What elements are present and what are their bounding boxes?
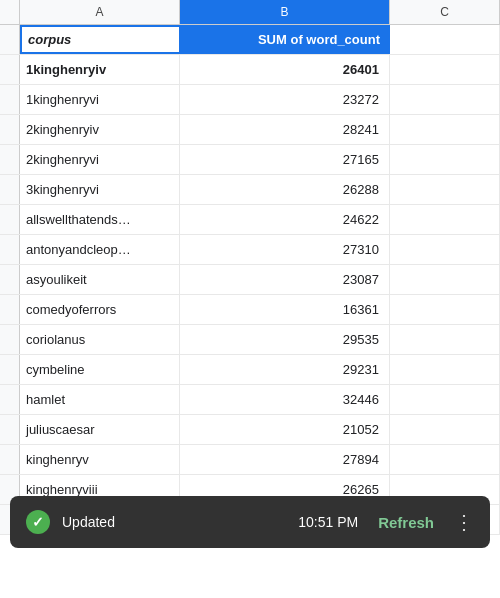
- col-c-cell: [390, 55, 500, 84]
- sum-header-cell[interactable]: SUM of word_count: [180, 25, 390, 54]
- wordcount-cell: 16361: [180, 295, 390, 324]
- wordcount-cell: 26288: [180, 175, 390, 204]
- table-row: coriolanus29535: [0, 325, 500, 355]
- corpus-cell[interactable]: 1kinghenryvi: [20, 85, 180, 114]
- corpus-cell[interactable]: 3kinghenryvi: [20, 175, 180, 204]
- table-row: 1kinghenryvi23272: [0, 85, 500, 115]
- corpus-cell[interactable]: hamlet: [20, 385, 180, 414]
- col-c-cell: [390, 325, 500, 354]
- col-header-c[interactable]: C: [390, 0, 500, 24]
- spreadsheet: A B C corpus SUM of word_count 1kinghenr…: [0, 0, 500, 598]
- table-row: juliuscaesar21052: [0, 415, 500, 445]
- row-number: [0, 25, 20, 54]
- wordcount-cell: 27310: [180, 235, 390, 264]
- table-row: hamlet32446: [0, 385, 500, 415]
- corpus-cell[interactable]: juliuscaesar: [20, 415, 180, 444]
- table-row: kinghenryv27894: [0, 445, 500, 475]
- col-c-cell: [390, 265, 500, 294]
- wordcount-cell: 23272: [180, 85, 390, 114]
- col-c-cell: [390, 85, 500, 114]
- row-number: [0, 415, 20, 444]
- row-num-header: [0, 0, 20, 24]
- wordcount-cell: 29535: [180, 325, 390, 354]
- row-number: [0, 115, 20, 144]
- corpus-cell[interactable]: 2kinghenryiv: [20, 115, 180, 144]
- toast-status: Updated: [62, 514, 282, 530]
- col-header-b[interactable]: B: [180, 0, 390, 24]
- data-rows: corpus SUM of word_count 1kinghenryiv264…: [0, 25, 500, 535]
- row-number: [0, 325, 20, 354]
- row-number: [0, 175, 20, 204]
- col-c-header-cell: [390, 25, 500, 54]
- wordcount-cell: 28241: [180, 115, 390, 144]
- toast-notification: Updated 10:51 PM Refresh ⋮: [10, 496, 490, 548]
- corpus-cell[interactable]: antonyandcleop…: [20, 235, 180, 264]
- wordcount-cell: 27894: [180, 445, 390, 474]
- wordcount-cell: 29231: [180, 355, 390, 384]
- corpus-cell[interactable]: comedyoferrors: [20, 295, 180, 324]
- col-c-cell: [390, 205, 500, 234]
- corpus-cell[interactable]: cymbeline: [20, 355, 180, 384]
- row-number: [0, 55, 20, 84]
- row-number: [0, 385, 20, 414]
- col-c-cell: [390, 385, 500, 414]
- wordcount-cell: 21052: [180, 415, 390, 444]
- corpus-cell[interactable]: 1kinghenryiv: [20, 55, 180, 84]
- table-row: 3kinghenryvi26288: [0, 175, 500, 205]
- table-row: 2kinghenryvi27165: [0, 145, 500, 175]
- col-c-cell: [390, 415, 500, 444]
- wordcount-cell: 32446: [180, 385, 390, 414]
- corpus-cell[interactable]: allswellthatends…: [20, 205, 180, 234]
- toast-time: 10:51 PM: [298, 514, 358, 530]
- row-number: [0, 145, 20, 174]
- wordcount-cell: 23087: [180, 265, 390, 294]
- wordcount-cell: 27165: [180, 145, 390, 174]
- col-c-cell: [390, 235, 500, 264]
- corpus-header-cell[interactable]: corpus: [20, 25, 180, 54]
- row-number: [0, 85, 20, 114]
- row-number: [0, 265, 20, 294]
- table-row: asyoulikeit23087: [0, 265, 500, 295]
- table-row: antonyandcleop…27310: [0, 235, 500, 265]
- row-number: [0, 295, 20, 324]
- wordcount-cell: 24622: [180, 205, 390, 234]
- col-c-cell: [390, 295, 500, 324]
- data-rows-container: 1kinghenryiv264011kinghenryvi232722kingh…: [0, 55, 500, 505]
- col-c-cell: [390, 355, 500, 384]
- corpus-cell[interactable]: asyoulikeit: [20, 265, 180, 294]
- more-options-button[interactable]: ⋮: [454, 510, 474, 534]
- row-number: [0, 445, 20, 474]
- corpus-cell[interactable]: 2kinghenryvi: [20, 145, 180, 174]
- col-header-a[interactable]: A: [20, 0, 180, 24]
- table-row: allswellthatends…24622: [0, 205, 500, 235]
- column-headers: A B C: [0, 0, 500, 25]
- corpus-cell[interactable]: coriolanus: [20, 325, 180, 354]
- table-row: comedyoferrors16361: [0, 295, 500, 325]
- col-c-cell: [390, 445, 500, 474]
- col-c-cell: [390, 175, 500, 204]
- table-row: 1kinghenryiv26401: [0, 55, 500, 85]
- corpus-cell[interactable]: kinghenryv: [20, 445, 180, 474]
- table-row: corpus SUM of word_count: [0, 25, 500, 55]
- col-c-cell: [390, 145, 500, 174]
- wordcount-cell: 26401: [180, 55, 390, 84]
- check-icon: [26, 510, 50, 534]
- col-c-cell: [390, 115, 500, 144]
- row-number: [0, 235, 20, 264]
- row-number: [0, 205, 20, 234]
- row-number: [0, 355, 20, 384]
- refresh-button[interactable]: Refresh: [378, 514, 434, 531]
- table-row: 2kinghenryiv28241: [0, 115, 500, 145]
- table-row: cymbeline29231: [0, 355, 500, 385]
